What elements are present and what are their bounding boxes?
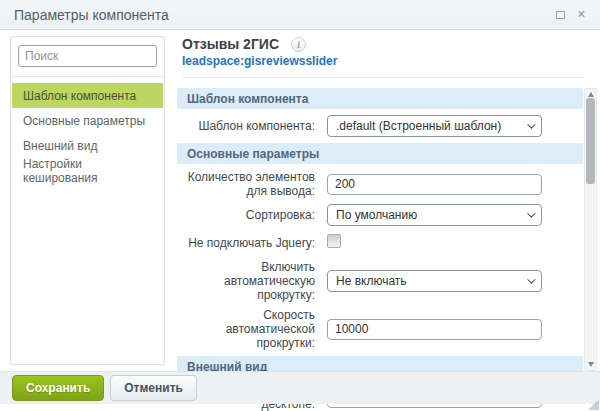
sorting-select[interactable]: По умолчанию: [327, 204, 542, 226]
jquery-checkbox[interactable]: [327, 234, 341, 248]
field-label: Количество элементов для вывода:: [177, 170, 327, 198]
sidebar-item-cache-settings[interactable]: Настройки кеширования: [12, 158, 163, 183]
chevron-down-icon: [527, 120, 535, 128]
settings-form: Шаблон компонента Шаблон компонента: .de…: [177, 88, 583, 411]
content-header: Отзывы 2ГИС i leadspace:gisreviewsslider: [177, 36, 583, 78]
items-count-input[interactable]: [327, 174, 542, 195]
save-button[interactable]: Сохранить: [12, 375, 104, 401]
vertical-scrollbar[interactable]: [584, 88, 597, 371]
section-component-template: Шаблон компонента: [177, 88, 583, 109]
close-icon[interactable]: ✕: [577, 9, 586, 20]
form-row-template: Шаблон компонента: .default (Встроенный …: [177, 115, 583, 137]
page-title: Отзывы 2ГИС: [182, 36, 279, 52]
field-label: Сортировка:: [177, 208, 327, 222]
chevron-down-icon: [527, 209, 535, 217]
field-label: Скорость автоматической прокрутки:: [177, 308, 327, 350]
content-pane: Отзывы 2ГИС i leadspace:gisreviewsslider…: [177, 36, 583, 411]
sidebar-item-main-parameters[interactable]: Основные параметры: [12, 108, 163, 133]
template-select[interactable]: .default (Встроенный шаблон): [327, 115, 542, 137]
sidebar-item-label: Внешний вид: [23, 139, 97, 153]
info-icon[interactable]: i: [291, 37, 306, 52]
section-main-parameters: Основные параметры: [177, 143, 583, 164]
sidebar: Шаблон компонента Основные параметры Вне…: [10, 36, 165, 365]
sidebar-item-label: Настройки кеширования: [23, 157, 152, 185]
maximize-icon[interactable]: [556, 11, 565, 19]
chevron-down-icon: [527, 275, 535, 283]
scroll-up-icon[interactable]: [588, 92, 594, 97]
autoscroll-speed-input[interactable]: [327, 319, 542, 340]
form-row-autoscroll: Включить автоматическую прокрутку: Не вк…: [177, 260, 583, 302]
form-row-autoscroll-speed: Скорость автоматической прокрутки:: [177, 308, 583, 350]
field-label: Не подключать Jquery:: [177, 236, 327, 250]
field-label: Шаблон компонента:: [177, 119, 327, 133]
resize-gripper-icon[interactable]: [588, 399, 599, 410]
window-controls: ✕: [556, 9, 586, 20]
dialog-titlebar: Параметры компонента ✕: [0, 0, 600, 30]
sidebar-item-appearance[interactable]: Внешний вид: [12, 133, 163, 158]
form-row-jquery: Не подключать Jquery:: [177, 232, 583, 254]
cancel-button[interactable]: Отменить: [110, 375, 197, 401]
section-title: Основные параметры: [187, 147, 319, 161]
component-name-link[interactable]: leadspace:gisreviewsslider: [182, 54, 583, 68]
autoscroll-select[interactable]: Не включать: [327, 270, 542, 292]
scrollbar-thumb[interactable]: [586, 98, 595, 184]
form-row-items-count: Количество элементов для вывода:: [177, 170, 583, 198]
component-parameters-dialog: Параметры компонента ✕ Шаблон компонента…: [0, 0, 600, 411]
form-row-sorting: Сортировка: По умолчанию: [177, 204, 583, 226]
sidebar-menu: Шаблон компонента Основные параметры Вне…: [11, 77, 164, 189]
sidebar-item-label: Шаблон компонента: [23, 89, 136, 103]
search-wrap: [11, 37, 164, 77]
sidebar-item-label: Основные параметры: [23, 114, 145, 128]
header-divider: [182, 77, 583, 78]
sidebar-item-component-template[interactable]: Шаблон компонента: [12, 83, 163, 108]
dialog-title: Параметры компонента: [14, 7, 169, 23]
section-title: Шаблон компонента: [187, 92, 308, 106]
search-input[interactable]: [18, 45, 157, 67]
field-label: Включить автоматическую прокрутку:: [177, 260, 327, 302]
scroll-down-icon[interactable]: [588, 362, 594, 367]
dialog-footer: Сохранить Отменить: [0, 371, 600, 404]
